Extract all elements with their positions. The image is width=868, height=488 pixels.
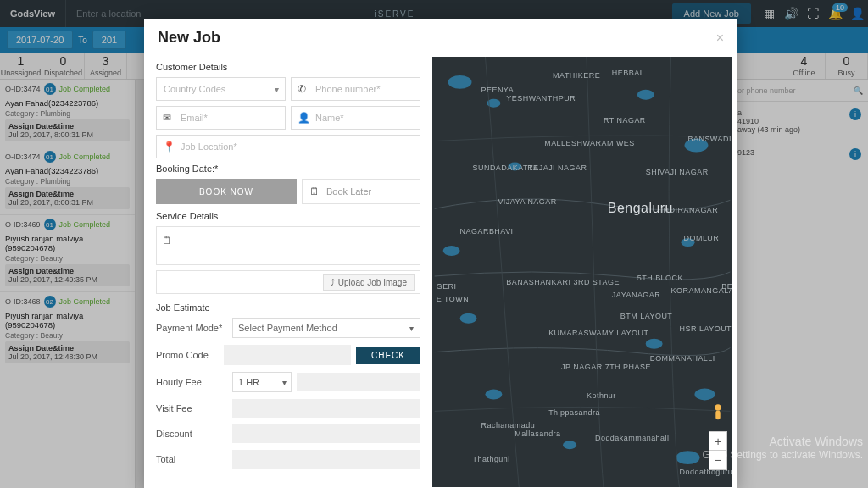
visit-fee-label: Visit Fee [156, 403, 232, 413]
svg-text:Thippasandra: Thippasandra [548, 408, 600, 417]
discount-label: Discount [156, 429, 232, 439]
promo-code-label: Promo Code [156, 350, 224, 360]
svg-text:SHIVAJI NAGAR: SHIVAJI NAGAR [646, 168, 709, 176]
svg-text:Rachanamadu: Rachanamadu [481, 421, 535, 430]
payment-mode-label: Payment Mode* [156, 323, 232, 333]
section-service-details: Service Details [156, 211, 420, 221]
section-booking-date: Booking Date:* [156, 164, 420, 174]
svg-text:JP NAGAR 7TH PHASE: JP NAGAR 7TH PHASE [561, 363, 651, 371]
svg-text:VIJAYA NAGAR: VIJAYA NAGAR [498, 197, 556, 206]
pegman-icon[interactable] [710, 402, 726, 426]
upload-job-image-button[interactable]: ⤴ Upload Job Image [323, 274, 415, 291]
svg-text:Doddakammanahalli: Doddakammanahalli [595, 434, 671, 442]
svg-point-13 [676, 451, 700, 464]
new-job-form: Customer Details Country Codes ✆ ✉ 👤 [144, 55, 432, 487]
svg-point-10 [485, 389, 502, 399]
svg-text:NAGARBHAVI: NAGARBHAVI [460, 227, 514, 236]
svg-text:HSR LAYOUT: HSR LAYOUT [680, 324, 732, 333]
phone-icon: ✆ [298, 83, 306, 95]
promo-code-input[interactable] [224, 345, 351, 365]
svg-text:E TOWN: E TOWN [437, 295, 469, 303]
svg-text:GERI: GERI [437, 282, 457, 291]
svg-text:DOMLUR: DOMLUR [684, 234, 720, 242]
new-job-modal: New Job × Customer Details Country Codes… [144, 19, 737, 488]
location-input[interactable] [156, 135, 420, 158]
zoom-out-button[interactable]: − [709, 451, 726, 469]
svg-point-9 [646, 339, 663, 349]
svg-text:KUMARASWAMY LAYOUT: KUMARASWAMY LAYOUT [548, 329, 648, 337]
service-details-box[interactable]: 🗒 [156, 226, 420, 265]
upload-bar: ⤴ Upload Job Image [156, 270, 420, 294]
svg-text:BE: BE [721, 282, 732, 291]
section-customer-details: Customer Details [156, 62, 420, 72]
svg-point-1 [448, 75, 472, 89]
phone-input[interactable] [291, 77, 420, 101]
svg-text:MALLESHWARAM WEST: MALLESHWARAM WEST [544, 139, 640, 147]
close-icon[interactable]: × [716, 30, 724, 46]
svg-text:HEBBAL: HEBBAL [612, 69, 644, 77]
svg-text:BOMMANAHALLI: BOMMANAHALLI [650, 354, 715, 363]
email-input[interactable] [156, 106, 286, 130]
hourly-select[interactable]: 1 HR [232, 372, 292, 392]
hourly-fee-label: Hourly Fee [156, 377, 232, 387]
svg-text:RAJAJI NAGAR: RAJAJI NAGAR [527, 164, 587, 172]
pin-icon: 📍 [163, 141, 175, 152]
hourly-fee-value [297, 373, 420, 391]
discount-value [232, 424, 420, 443]
svg-text:Mallasandra: Mallasandra [515, 430, 560, 438]
svg-rect-0 [435, 57, 731, 487]
svg-text:PEENYA: PEENYA [481, 86, 514, 94]
clipboard-icon: 🗒 [162, 235, 172, 247]
svg-text:BANASHANKARI 3RD STAGE: BANASHANKARI 3RD STAGE [506, 278, 620, 286]
zoom-in-button[interactable]: + [709, 432, 726, 451]
map-zoom: + − [709, 431, 727, 470]
person-icon: 👤 [298, 112, 310, 124]
total-value [232, 450, 420, 469]
svg-text:Thathguni: Thathguni [473, 455, 510, 463]
total-label: Total [156, 454, 232, 464]
svg-point-11 [694, 388, 715, 400]
job-location-map[interactable]: Bengaluru MATHIKERE HEBBAL PEENYA YESHWA… [432, 57, 732, 487]
svg-point-48 [715, 404, 721, 410]
svg-rect-49 [715, 411, 720, 420]
country-code-select[interactable]: Country Codes [156, 77, 286, 101]
svg-point-3 [637, 90, 654, 100]
section-job-estimate: Job Estimate [156, 302, 420, 313]
svg-point-12 [563, 441, 576, 449]
svg-text:MATHIKERE: MATHIKERE [553, 71, 600, 80]
svg-point-8 [460, 313, 477, 324]
svg-text:5TH BLOCK: 5TH BLOCK [637, 274, 683, 282]
check-button[interactable]: CHECK [356, 347, 420, 364]
svg-text:BTM LAYOUT: BTM LAYOUT [620, 312, 673, 320]
payment-mode-select[interactable]: Select Payment Method [232, 318, 420, 338]
book-now-button[interactable]: BOOK NOW [156, 179, 297, 204]
book-later-button[interactable]: 🗓 Book Later [302, 179, 420, 204]
email-icon: ✉ [163, 112, 171, 124]
visit-fee-value [232, 399, 420, 418]
svg-text:JAYANAGAR: JAYANAGAR [612, 291, 660, 299]
svg-text:RT NAGAR: RT NAGAR [604, 116, 646, 125]
modal-title: New Job [158, 29, 220, 47]
svg-text:YESHWANTHPUR: YESHWANTHPUR [506, 94, 576, 103]
calendar-icon: 🗓 [309, 186, 320, 197]
svg-text:INDIRANAGAR: INDIRANAGAR [661, 206, 719, 214]
svg-point-6 [443, 246, 460, 256]
svg-text:BANSWADI: BANSWADI [688, 135, 732, 143]
upload-icon: ⤴ [331, 278, 335, 287]
svg-text:Kothnur: Kothnur [587, 391, 616, 400]
